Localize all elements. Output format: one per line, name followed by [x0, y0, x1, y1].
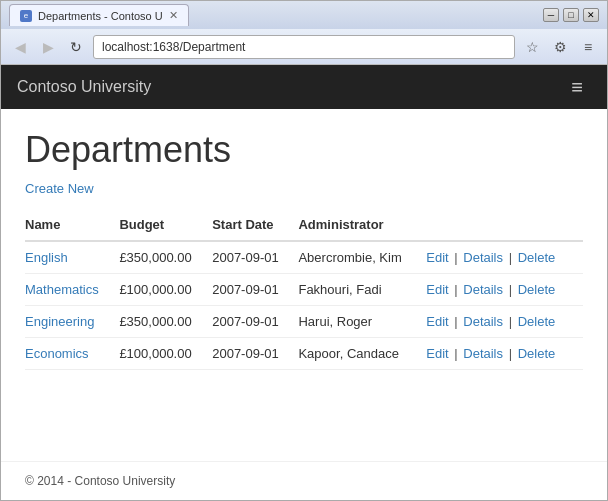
col-header-budget: Budget	[119, 209, 212, 241]
cell-start-date: 2007-09-01	[212, 241, 298, 274]
separator: |	[509, 250, 516, 265]
table-row: Engineering £350,000.00 2007-09-01 Harui…	[25, 306, 583, 338]
separator: |	[509, 346, 516, 361]
main-content: Departments Create New Name Budget Start…	[1, 109, 607, 461]
separator: |	[454, 346, 461, 361]
cell-name: Engineering	[25, 306, 119, 338]
delete-link[interactable]: Delete	[518, 314, 556, 329]
tab-close-button[interactable]: ✕	[169, 9, 178, 22]
tab-title: Departments - Contoso U	[38, 10, 163, 22]
cell-name: Mathematics	[25, 274, 119, 306]
table-row: English £350,000.00 2007-09-01 Abercromb…	[25, 241, 583, 274]
cell-actions: Edit | Details | Delete	[426, 274, 583, 306]
cell-actions: Edit | Details | Delete	[426, 338, 583, 370]
details-link[interactable]: Details	[463, 282, 503, 297]
star-button[interactable]: ☆	[521, 36, 543, 58]
details-link[interactable]: Details	[463, 250, 503, 265]
address-bar[interactable]: localhost:1638/Department	[93, 35, 515, 59]
cell-budget: £100,000.00	[119, 338, 212, 370]
url-text: localhost:1638/Department	[102, 40, 245, 54]
page-title: Departments	[25, 129, 583, 171]
settings-button[interactable]: ⚙	[549, 36, 571, 58]
cell-name: Economics	[25, 338, 119, 370]
col-header-name: Name	[25, 209, 119, 241]
page-footer: © 2014 - Contoso University	[1, 461, 607, 500]
cell-administrator: Kapoor, Candace	[298, 338, 426, 370]
table-header-row: Name Budget Start Date Administrator	[25, 209, 583, 241]
separator: |	[454, 250, 461, 265]
cell-name: English	[25, 241, 119, 274]
separator: |	[509, 282, 516, 297]
col-header-administrator: Administrator	[298, 209, 426, 241]
delete-link[interactable]: Delete	[518, 250, 556, 265]
cell-start-date: 2007-09-01	[212, 306, 298, 338]
departments-table: Name Budget Start Date Administrator Eng…	[25, 209, 583, 370]
app-header: Contoso University ≡	[1, 65, 607, 109]
details-link[interactable]: Details	[463, 346, 503, 361]
footer-text: © 2014 - Contoso University	[25, 474, 175, 488]
title-bar: e Departments - Contoso U ✕ ─ □ ✕	[1, 1, 607, 29]
delete-link[interactable]: Delete	[518, 346, 556, 361]
browser-menu-button[interactable]: ≡	[577, 36, 599, 58]
dept-name-link[interactable]: Mathematics	[25, 282, 99, 297]
nav-menu-button[interactable]: ≡	[563, 72, 591, 103]
forward-button[interactable]: ▶	[37, 36, 59, 58]
cell-budget: £100,000.00	[119, 274, 212, 306]
table-row: Mathematics £100,000.00 2007-09-01 Fakho…	[25, 274, 583, 306]
maximize-button[interactable]: □	[563, 8, 579, 22]
edit-link[interactable]: Edit	[426, 250, 448, 265]
delete-link[interactable]: Delete	[518, 282, 556, 297]
cell-administrator: Harui, Roger	[298, 306, 426, 338]
navigation-bar: ◀ ▶ ↻ localhost:1638/Department ☆ ⚙ ≡	[1, 29, 607, 65]
cell-actions: Edit | Details | Delete	[426, 306, 583, 338]
dept-name-link[interactable]: English	[25, 250, 68, 265]
window-controls: ─ □ ✕	[543, 8, 599, 22]
col-header-start-date: Start Date	[212, 209, 298, 241]
separator: |	[454, 282, 461, 297]
cell-actions: Edit | Details | Delete	[426, 241, 583, 274]
dept-name-link[interactable]: Engineering	[25, 314, 94, 329]
browser-tab[interactable]: e Departments - Contoso U ✕	[9, 4, 189, 26]
edit-link[interactable]: Edit	[426, 314, 448, 329]
edit-link[interactable]: Edit	[426, 282, 448, 297]
close-button[interactable]: ✕	[583, 8, 599, 22]
refresh-button[interactable]: ↻	[65, 36, 87, 58]
cell-start-date: 2007-09-01	[212, 274, 298, 306]
details-link[interactable]: Details	[463, 314, 503, 329]
minimize-button[interactable]: ─	[543, 8, 559, 22]
separator: |	[509, 314, 516, 329]
back-button[interactable]: ◀	[9, 36, 31, 58]
col-header-actions	[426, 209, 583, 241]
separator: |	[454, 314, 461, 329]
app-title: Contoso University	[17, 78, 151, 96]
cell-start-date: 2007-09-01	[212, 338, 298, 370]
cell-administrator: Abercrombie, Kim	[298, 241, 426, 274]
create-new-link[interactable]: Create New	[25, 181, 94, 196]
edit-link[interactable]: Edit	[426, 346, 448, 361]
dept-name-link[interactable]: Economics	[25, 346, 89, 361]
browser-window: e Departments - Contoso U ✕ ─ □ ✕ ◀ ▶ ↻ …	[0, 0, 608, 501]
tab-favicon: e	[20, 10, 32, 22]
cell-budget: £350,000.00	[119, 306, 212, 338]
cell-administrator: Fakhouri, Fadi	[298, 274, 426, 306]
table-row: Economics £100,000.00 2007-09-01 Kapoor,…	[25, 338, 583, 370]
cell-budget: £350,000.00	[119, 241, 212, 274]
